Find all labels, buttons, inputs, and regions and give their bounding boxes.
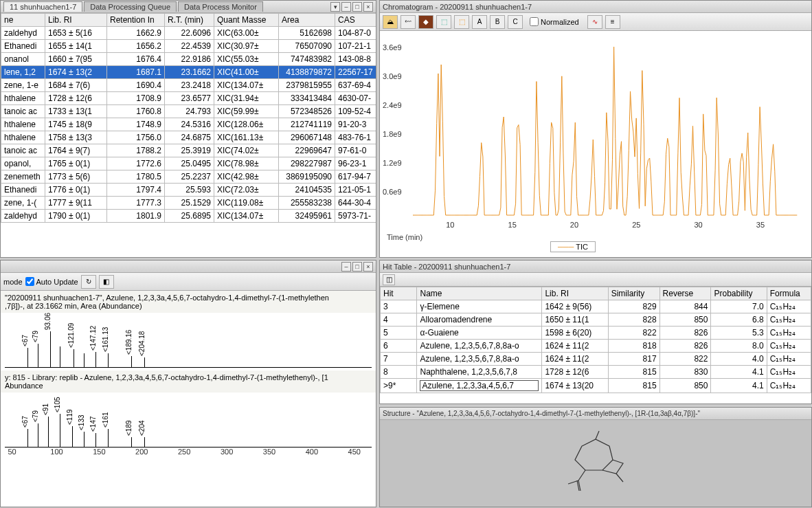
table-row[interactable]: 8Naphthalene, 1,2,3,5,6,7,81728 ± 12(681… (381, 366, 811, 379)
table-row[interactable]: tanoic ac1733 ± 13(11760.824.793XIC(59.9… (1, 105, 376, 118)
svg-line-2 (578, 470, 585, 481)
col-header[interactable]: R.T. (min) (165, 14, 214, 27)
auto-update-checkbox[interactable]: Auto Update (25, 277, 78, 286)
table-row[interactable]: zaldehyd1653 ± 5(161662.922.6096XIC(63.0… (1, 27, 376, 40)
baseline-icon[interactable]: ⬳ (401, 15, 416, 29)
svg-line-6 (616, 474, 623, 482)
auto-update-input[interactable] (25, 277, 34, 286)
spectrum-toolbar: mode Auto Update ↻ ◧ (1, 273, 376, 291)
table-row[interactable]: 7Azulene, 1,2,3,5,6,7,8,8a-o1624 ± 11(28… (381, 353, 811, 366)
xic-icon[interactable]: ⬚ (436, 15, 451, 29)
hit-tool-icon[interactable]: ◫ (383, 274, 395, 285)
maximize-icon[interactable]: □ (352, 2, 362, 12)
compound-table[interactable]: neLib. RIRetention InR.T. (min)Quant Mas… (1, 13, 376, 223)
chromatogram-toolbar: ⛰ ⬳ ◆ ⬚ ⬚ A B C Normalized ∿ ≡ (380, 13, 811, 31)
list-icon[interactable]: ≡ (605, 15, 620, 29)
structure-pane: Structure - "Azulene, 1,2,3,3a,4,5,6,7-o… (379, 407, 812, 507)
mode-label: mode (3, 278, 23, 286)
hit-title: Hit Table - 20200911 shunhuachen1-7 (380, 261, 811, 273)
chromatogram-chart[interactable]: 3.6e93.0e92.4e91.8e91.2e90.6e9 101520253… (413, 36, 803, 250)
svg-line-1 (596, 431, 599, 439)
tab-process-monitor[interactable]: Data Process Monitor (178, 1, 263, 12)
wave-icon[interactable]: ∿ (587, 15, 602, 29)
table-row[interactable]: >9* ▼1674 ± 13(208158504.1C₁₅H₂₄ (381, 379, 811, 393)
spectrum1-chart[interactable]: <67<7993.06<121.09<147.12<161.13<189.16<… (5, 313, 372, 368)
col-header[interactable]: Reverse (659, 287, 711, 300)
marker-icon[interactable]: ◆ (418, 15, 433, 29)
col-header[interactable]: Formula (767, 287, 811, 300)
structure-title: Structure - "Azulene, 1,2,3,3a,4,5,6,7-o… (380, 408, 811, 420)
table-row[interactable]: 4Alloaromadendrene1650 ± 11(18288506.8C₁… (381, 313, 811, 327)
table-row[interactable]: 3γ-Elemene1642 ± 9(56)8298447.0C₁₅H₂₄ (381, 300, 811, 313)
toggle-icon[interactable]: ◧ (99, 275, 114, 289)
dropdown-icon[interactable]: ▾ (330, 2, 340, 12)
col-header[interactable]: Name (417, 287, 542, 300)
svg-marker-0 (575, 439, 613, 470)
table-row[interactable]: hthalene1728 ± 12(61708.923.6577XIC(31.9… (1, 92, 376, 105)
tab-sample[interactable]: 11 shunhuachen1-7 (3, 1, 82, 12)
table-row[interactable]: onanol1660 ± 7(951676.422.9186XIC(55.03±… (1, 53, 376, 66)
chrom-legend: ─── TIC (550, 241, 596, 252)
hit-table[interactable]: HitNameLib. RISimilarityReverseProbabili… (380, 287, 811, 393)
structure-drawing (548, 426, 644, 501)
spectrum-titlebar: – □ × (1, 261, 376, 273)
hit-name-input[interactable] (420, 380, 539, 391)
col-header[interactable]: Hit (381, 287, 417, 300)
tic-icon[interactable]: ⬚ (454, 15, 469, 29)
label-b-button[interactable]: B (490, 15, 505, 29)
tab-processing-queue[interactable]: Data Processing Queue (84, 1, 177, 12)
table-row[interactable]: hthalene1758 ± 13(31756.024.6875XIC(161.… (1, 131, 376, 144)
table-row[interactable]: zaldehyd1790 ± 0(1)1801.925.6895XIC(134.… (1, 210, 376, 223)
col-header[interactable]: Similarity (608, 287, 659, 300)
close-icon[interactable]: × (363, 262, 373, 272)
table-row[interactable]: zene, 1-e1684 ± 7(6)1690.423.2418XIC(134… (1, 79, 376, 92)
chromatogram-title: Chromatogram - 20200911 shunhuachen1-7 (380, 1, 811, 13)
tab-bar: 11 shunhuachen1-7 Data Processing Queue … (1, 1, 376, 13)
table-row[interactable]: 5α-Guaiene1598 ± 6(20)8228265.3C₁₅H₂₄ (381, 327, 811, 340)
peak-icon[interactable]: ⛰ (383, 15, 398, 29)
col-header[interactable]: Lib. RI (45, 14, 107, 27)
close-icon[interactable]: × (363, 2, 373, 12)
chrom-xlabel: Time (min) (387, 233, 422, 241)
maximize-icon[interactable]: □ (352, 262, 362, 272)
spectrum-pane: – □ × mode Auto Update ↻ ◧ "20200911 shu… (0, 260, 376, 507)
table-row[interactable]: 6Azulene, 1,2,3,5,6,7,8,8a-o1624 ± 11(28… (381, 340, 811, 353)
normalized-input[interactable] (530, 17, 539, 26)
col-header[interactable]: Retention In (107, 14, 165, 27)
chromatogram-pane: Chromatogram - 20200911 shunhuachen1-7 ⛰… (379, 0, 812, 258)
spectrum2-chart[interactable]: <67<79<91<105<119<133<147<161<189<204 (5, 393, 372, 448)
spectrum-xaxis: 50100150200250300350400450 (5, 448, 372, 459)
spectrum1-title: "20200911 shunhuachen1-7", Azulene, 1,2,… (1, 291, 376, 313)
compound-table-pane: 11 shunhuachen1-7 Data Processing Queue … (0, 0, 376, 258)
hit-toolbar: ◫ (380, 273, 811, 287)
label-a-button[interactable]: A (472, 15, 487, 29)
col-header[interactable]: CAS (335, 14, 376, 27)
table-row[interactable]: zene, 1-(1777 ± 9(111777.325.1529XIC(119… (1, 197, 376, 210)
col-header[interactable]: ne (1, 14, 45, 27)
col-header[interactable]: Quant Masse (214, 14, 279, 27)
table-row[interactable]: zenemeth1773 ± 5(6)1780.525.2237XIC(42.9… (1, 170, 376, 184)
col-header[interactable]: Probability (711, 287, 767, 300)
table-row[interactable]: lene, 1,21674 ± 13(21687.123.1662XIC(41.… (1, 66, 376, 79)
table-row[interactable]: opanol,1765 ± 0(1)1772.625.0495XIC(78.98… (1, 157, 376, 170)
table-row[interactable]: Ethanedi1776 ± 0(1)1797.425.593XIC(72.03… (1, 184, 376, 197)
normalized-checkbox[interactable]: Normalized (530, 17, 579, 26)
col-header[interactable]: Area (279, 14, 335, 27)
minimize-icon[interactable]: – (341, 262, 351, 272)
table-row[interactable]: hthalene1745 ± 18(91748.924.5316XIC(128.… (1, 118, 376, 131)
refresh-icon[interactable]: ↻ (81, 275, 96, 289)
spectrum2-title: y: 815 - Library: replib - Azulene, 1,2,… (1, 371, 376, 393)
label-c-button[interactable]: C (508, 15, 523, 29)
minimize-icon[interactable]: – (341, 2, 351, 12)
hit-table-pane: Hit Table - 20200911 shunhuachen1-7 ◫ Hi… (379, 260, 812, 404)
table-row[interactable]: Ethanedi1655 ± 14(11656.222.4539XIC(30.9… (1, 40, 376, 53)
col-header[interactable]: Lib. RI (542, 287, 608, 300)
table-row[interactable]: tanoic ac1764 ± 9(7)1788.225.3919XIC(74.… (1, 144, 376, 157)
